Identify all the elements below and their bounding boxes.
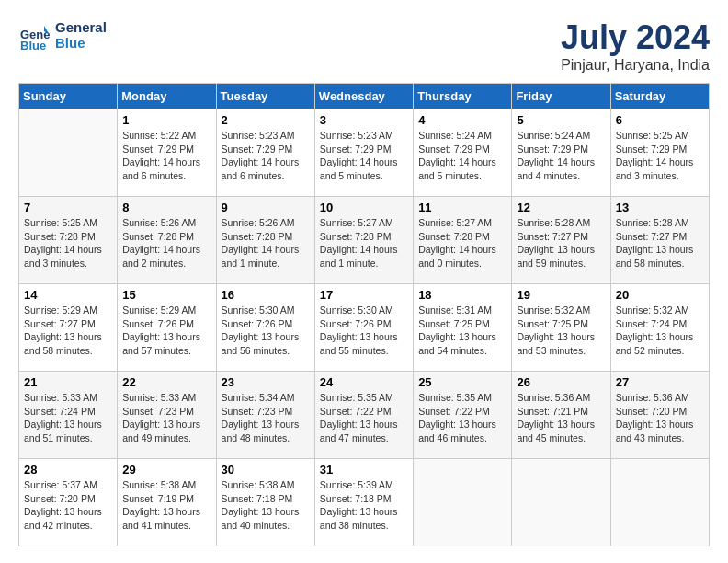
- day-info: Sunrise: 5:27 AM Sunset: 7:28 PM Dayligh…: [418, 216, 506, 270]
- day-number: 30: [222, 463, 310, 477]
- day-number: 11: [418, 201, 506, 214]
- week-row-3: 14Sunrise: 5:29 AM Sunset: 7:27 PM Dayli…: [19, 284, 710, 372]
- day-number: 23: [222, 375, 310, 389]
- day-number: 22: [122, 375, 210, 389]
- day-number: 16: [222, 288, 310, 302]
- day-info: Sunrise: 5:32 AM Sunset: 7:24 PM Dayligh…: [616, 304, 704, 358]
- location-subtitle: Pinjaur, Haryana, India: [561, 57, 710, 74]
- day-info: Sunrise: 5:29 AM Sunset: 7:27 PM Dayligh…: [24, 304, 112, 358]
- day-info: Sunrise: 5:26 AM Sunset: 7:28 PM Dayligh…: [222, 216, 310, 270]
- calendar-cell: 14Sunrise: 5:29 AM Sunset: 7:27 PM Dayli…: [19, 284, 118, 372]
- day-info: Sunrise: 5:30 AM Sunset: 7:26 PM Dayligh…: [222, 304, 310, 358]
- day-info: Sunrise: 5:22 AM Sunset: 7:29 PM Dayligh…: [122, 129, 210, 183]
- weekday-header-tuesday: Tuesday: [216, 84, 314, 109]
- calendar-cell: 5Sunrise: 5:24 AM Sunset: 7:29 PM Daylig…: [512, 109, 610, 197]
- day-info: Sunrise: 5:28 AM Sunset: 7:27 PM Dayligh…: [517, 216, 605, 270]
- calendar-cell: 2Sunrise: 5:23 AM Sunset: 7:29 PM Daylig…: [216, 109, 314, 197]
- weekday-header-sunday: Sunday: [19, 84, 118, 109]
- day-number: 29: [122, 463, 210, 477]
- day-info: Sunrise: 5:33 AM Sunset: 7:24 PM Dayligh…: [24, 391, 112, 445]
- day-info: Sunrise: 5:29 AM Sunset: 7:26 PM Dayligh…: [122, 304, 210, 358]
- calendar-cell: 30Sunrise: 5:38 AM Sunset: 7:18 PM Dayli…: [216, 459, 314, 546]
- weekday-header-wednesday: Wednesday: [314, 84, 413, 109]
- calendar-cell: 23Sunrise: 5:34 AM Sunset: 7:23 PM Dayli…: [216, 372, 314, 459]
- calendar-cell: 11Sunrise: 5:27 AM Sunset: 7:28 PM Dayli…: [414, 197, 512, 284]
- day-info: Sunrise: 5:35 AM Sunset: 7:22 PM Dayligh…: [320, 391, 408, 445]
- calendar-cell: 12Sunrise: 5:28 AM Sunset: 7:27 PM Dayli…: [512, 197, 610, 284]
- calendar-cell: [414, 459, 512, 546]
- calendar-cell: 31Sunrise: 5:39 AM Sunset: 7:18 PM Dayli…: [314, 459, 413, 546]
- day-info: Sunrise: 5:34 AM Sunset: 7:23 PM Dayligh…: [222, 391, 310, 445]
- logo-line1: General: [55, 19, 107, 35]
- day-number: 21: [24, 375, 112, 389]
- calendar-cell: 1Sunrise: 5:22 AM Sunset: 7:29 PM Daylig…: [118, 109, 216, 197]
- day-number: 20: [616, 288, 704, 302]
- calendar-cell: 22Sunrise: 5:33 AM Sunset: 7:23 PM Dayli…: [118, 372, 216, 459]
- day-number: 3: [320, 113, 408, 127]
- week-row-1: 1Sunrise: 5:22 AM Sunset: 7:29 PM Daylig…: [19, 109, 710, 197]
- week-row-5: 28Sunrise: 5:37 AM Sunset: 7:20 PM Dayli…: [19, 459, 710, 546]
- calendar-cell: [610, 459, 709, 546]
- calendar-cell: 15Sunrise: 5:29 AM Sunset: 7:26 PM Dayli…: [118, 284, 216, 372]
- calendar-cell: 27Sunrise: 5:36 AM Sunset: 7:20 PM Dayli…: [610, 372, 709, 459]
- week-row-2: 7Sunrise: 5:25 AM Sunset: 7:28 PM Daylig…: [19, 197, 710, 284]
- day-info: Sunrise: 5:25 AM Sunset: 7:28 PM Dayligh…: [24, 216, 112, 270]
- day-number: 25: [418, 375, 506, 389]
- calendar-cell: 18Sunrise: 5:31 AM Sunset: 7:25 PM Dayli…: [414, 284, 512, 372]
- day-info: Sunrise: 5:35 AM Sunset: 7:22 PM Dayligh…: [418, 391, 506, 445]
- day-info: Sunrise: 5:37 AM Sunset: 7:20 PM Dayligh…: [24, 478, 112, 533]
- weekday-header-monday: Monday: [118, 84, 216, 109]
- day-number: 4: [418, 113, 506, 127]
- day-info: Sunrise: 5:23 AM Sunset: 7:29 PM Dayligh…: [320, 129, 408, 183]
- day-info: Sunrise: 5:36 AM Sunset: 7:21 PM Dayligh…: [517, 391, 605, 445]
- day-info: Sunrise: 5:24 AM Sunset: 7:29 PM Dayligh…: [517, 129, 605, 183]
- day-number: 9: [222, 201, 310, 214]
- day-number: 6: [616, 113, 704, 127]
- calendar-cell: 7Sunrise: 5:25 AM Sunset: 7:28 PM Daylig…: [19, 197, 118, 284]
- calendar-cell: 21Sunrise: 5:33 AM Sunset: 7:24 PM Dayli…: [19, 372, 118, 459]
- day-number: 7: [24, 201, 112, 214]
- calendar-cell: 26Sunrise: 5:36 AM Sunset: 7:21 PM Dayli…: [512, 372, 610, 459]
- weekday-header-friday: Friday: [512, 84, 610, 109]
- calendar-cell: 4Sunrise: 5:24 AM Sunset: 7:29 PM Daylig…: [414, 109, 512, 197]
- calendar-cell: 9Sunrise: 5:26 AM Sunset: 7:28 PM Daylig…: [216, 197, 314, 284]
- calendar-cell: 20Sunrise: 5:32 AM Sunset: 7:24 PM Dayli…: [610, 284, 709, 372]
- calendar-cell: 24Sunrise: 5:35 AM Sunset: 7:22 PM Dayli…: [314, 372, 413, 459]
- day-number: 10: [320, 201, 408, 214]
- day-info: Sunrise: 5:24 AM Sunset: 7:29 PM Dayligh…: [418, 129, 506, 183]
- day-info: Sunrise: 5:38 AM Sunset: 7:19 PM Dayligh…: [122, 478, 210, 533]
- day-info: Sunrise: 5:33 AM Sunset: 7:23 PM Dayligh…: [122, 391, 210, 445]
- calendar-cell: 17Sunrise: 5:30 AM Sunset: 7:26 PM Dayli…: [314, 284, 413, 372]
- calendar-cell: 28Sunrise: 5:37 AM Sunset: 7:20 PM Dayli…: [19, 459, 118, 546]
- calendar-cell: 29Sunrise: 5:38 AM Sunset: 7:19 PM Dayli…: [118, 459, 216, 546]
- week-row-4: 21Sunrise: 5:33 AM Sunset: 7:24 PM Dayli…: [19, 372, 710, 459]
- calendar-cell: 10Sunrise: 5:27 AM Sunset: 7:28 PM Dayli…: [314, 197, 413, 284]
- svg-text:Blue: Blue: [20, 39, 46, 52]
- day-number: 18: [418, 288, 506, 302]
- day-number: 8: [122, 201, 210, 214]
- day-number: 2: [222, 113, 310, 127]
- day-info: Sunrise: 5:31 AM Sunset: 7:25 PM Dayligh…: [418, 304, 506, 358]
- day-info: Sunrise: 5:27 AM Sunset: 7:28 PM Dayligh…: [320, 216, 408, 270]
- day-info: Sunrise: 5:36 AM Sunset: 7:20 PM Dayligh…: [616, 391, 704, 445]
- day-number: 19: [517, 288, 605, 302]
- calendar-cell: 3Sunrise: 5:23 AM Sunset: 7:29 PM Daylig…: [314, 109, 413, 197]
- title-block: July 2024 Pinjaur, Haryana, India: [561, 18, 710, 74]
- day-number: 15: [122, 288, 210, 302]
- calendar-cell: [19, 109, 118, 197]
- logo-line2: Blue: [55, 35, 107, 51]
- weekday-header-thursday: Thursday: [414, 84, 512, 109]
- day-number: 28: [24, 463, 112, 477]
- day-number: 13: [616, 201, 704, 214]
- weekday-header-row: SundayMondayTuesdayWednesdayThursdayFrid…: [19, 84, 710, 109]
- calendar-cell: 13Sunrise: 5:28 AM Sunset: 7:27 PM Dayli…: [610, 197, 709, 284]
- month-year-title: July 2024: [561, 18, 710, 57]
- day-info: Sunrise: 5:39 AM Sunset: 7:18 PM Dayligh…: [320, 478, 408, 533]
- day-info: Sunrise: 5:38 AM Sunset: 7:18 PM Dayligh…: [222, 478, 310, 533]
- weekday-header-saturday: Saturday: [610, 84, 709, 109]
- day-number: 26: [517, 375, 605, 389]
- page-header: General Blue General Blue July 2024 Pinj…: [18, 18, 710, 74]
- day-info: Sunrise: 5:30 AM Sunset: 7:26 PM Dayligh…: [320, 304, 408, 358]
- day-info: Sunrise: 5:23 AM Sunset: 7:29 PM Dayligh…: [222, 129, 310, 183]
- day-info: Sunrise: 5:32 AM Sunset: 7:25 PM Dayligh…: [517, 304, 605, 358]
